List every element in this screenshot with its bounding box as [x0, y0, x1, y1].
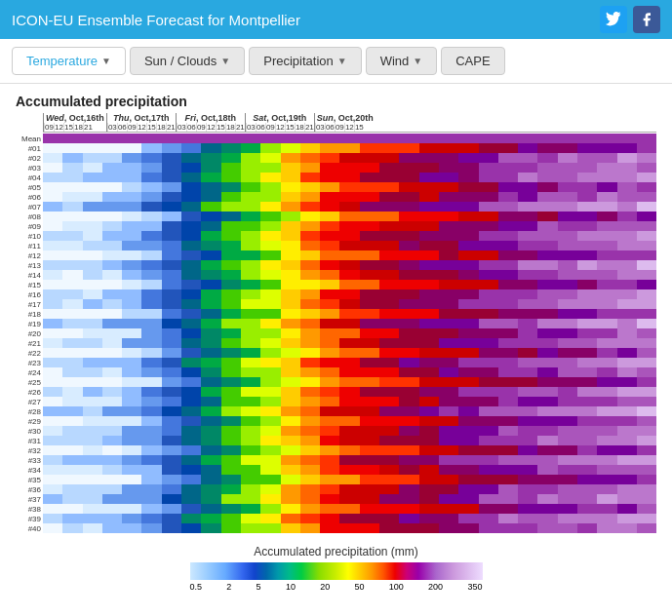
- heatmap-cell: [339, 338, 359, 348]
- heatmap-cell: [379, 465, 399, 475]
- heatmap-row: [43, 426, 656, 436]
- heatmap-cell: [260, 163, 280, 173]
- heatmap-cell: [577, 153, 597, 163]
- heatmap-cell: [102, 173, 122, 182]
- heatmap-cell: [241, 280, 260, 289]
- heatmap-cell: [558, 289, 577, 299]
- heatmap-cell: [62, 153, 82, 163]
- row-label: #11: [16, 241, 43, 250]
- heatmap-cell: [320, 212, 339, 221]
- heatmap-cell: [498, 523, 518, 533]
- heatmap-cell: [181, 309, 201, 319]
- heatmap-cell: [43, 280, 62, 289]
- heatmap-cell: [320, 523, 339, 533]
- heatmap-cell: [102, 426, 122, 436]
- heatmap-cell: [43, 192, 62, 202]
- heatmap-cell: [320, 426, 339, 436]
- heatmap-cell: [518, 475, 537, 484]
- heatmap-cell: [537, 406, 557, 416]
- heatmap-cell: [141, 202, 161, 212]
- heatmap-cell: [201, 436, 220, 445]
- heatmap-cell: [479, 465, 498, 475]
- heatmap-cell: [558, 416, 577, 426]
- heatmap-cell: [558, 153, 577, 163]
- heatmap-cell: [419, 260, 439, 270]
- heatmap-cell: [458, 231, 478, 241]
- heatmap-cell: [439, 504, 458, 514]
- heatmap-cell: [419, 134, 439, 143]
- heatmap-cell: [339, 377, 359, 387]
- heatmap-cell: [360, 299, 379, 309]
- heatmap-cell: [122, 387, 141, 397]
- nav-wind[interactable]: Wind ▼: [366, 47, 438, 75]
- heatmap-cell: [320, 192, 339, 202]
- heatmap-cell: [637, 358, 656, 367]
- nav-sun-clouds[interactable]: Sun / Clouds ▼: [130, 47, 245, 75]
- nav-precipitation[interactable]: Precipitation ▼: [249, 47, 361, 75]
- heatmap-cell: [62, 299, 82, 309]
- heatmap-cell: [518, 416, 537, 426]
- heatmap-cell: [320, 338, 339, 348]
- heatmap-cell: [260, 309, 280, 319]
- heatmap-cell: [102, 280, 122, 289]
- nav-temperature[interactable]: Temperature ▼: [12, 47, 126, 75]
- heatmap-cell: [141, 348, 161, 358]
- heatmap-cell: [399, 153, 418, 163]
- heatmap-cell: [577, 221, 597, 231]
- heatmap-cell: [439, 260, 458, 270]
- heatmap-cell: [498, 289, 518, 299]
- heatmap-cell: [597, 514, 616, 523]
- heatmap-cell: [479, 484, 498, 494]
- heatmap-cell: [637, 250, 656, 260]
- heatmap-cell: [637, 494, 656, 504]
- heatmap-cell: [241, 484, 260, 494]
- heatmap-cell: [379, 406, 399, 416]
- heatmap-cell: [498, 299, 518, 309]
- heatmap-cell: [260, 182, 280, 192]
- heatmap-cell: [141, 455, 161, 465]
- heatmap-cell: [419, 426, 439, 436]
- heatmap-cell: [479, 143, 498, 153]
- heatmap-cell: [320, 182, 339, 192]
- heatmap-cell: [162, 250, 181, 260]
- heatmap-cell: [181, 202, 201, 212]
- heatmap-cell: [339, 416, 359, 426]
- heatmap-cell: [399, 182, 418, 192]
- row-label: #36: [16, 484, 43, 494]
- facebook-button[interactable]: [633, 6, 660, 33]
- heatmap-cell: [83, 173, 102, 182]
- heatmap-cell: [62, 436, 82, 445]
- heatmap-cell: [518, 173, 537, 182]
- heatmap-row: [43, 348, 656, 358]
- heatmap-cell: [498, 358, 518, 367]
- nav-cape[interactable]: CAPE: [441, 47, 504, 75]
- heatmap-cell: [62, 192, 82, 202]
- heatmap-cell: [419, 270, 439, 280]
- heatmap-cell: [360, 397, 379, 406]
- heatmap-cell: [300, 416, 320, 426]
- heatmap-row: [43, 484, 656, 494]
- heatmap-cell: [379, 192, 399, 202]
- heatmap-cell: [260, 523, 280, 533]
- heatmap-cell: [43, 134, 62, 143]
- heatmap-row: [43, 523, 656, 533]
- heatmap-cell: [498, 163, 518, 173]
- heatmap-cell: [360, 426, 379, 436]
- heatmap-cell: [162, 192, 181, 202]
- heatmap-cell: [637, 328, 656, 338]
- heatmap-cell: [241, 134, 260, 143]
- heatmap-cell: [281, 260, 300, 270]
- heatmap-cell: [102, 445, 122, 455]
- heatmap-cell: [577, 514, 597, 523]
- social-icons: [600, 6, 660, 33]
- heatmap-cell: [300, 250, 320, 260]
- heatmap-cell: [617, 299, 637, 309]
- heatmap-cell: [83, 250, 102, 260]
- heatmap-cell: [260, 445, 280, 455]
- heatmap-cell: [458, 465, 478, 475]
- heatmap-cell: [102, 153, 122, 163]
- heatmap-cell: [43, 202, 62, 212]
- heatmap-cell: [83, 455, 102, 465]
- heatmap-cell: [577, 348, 597, 358]
- twitter-button[interactable]: [600, 6, 627, 33]
